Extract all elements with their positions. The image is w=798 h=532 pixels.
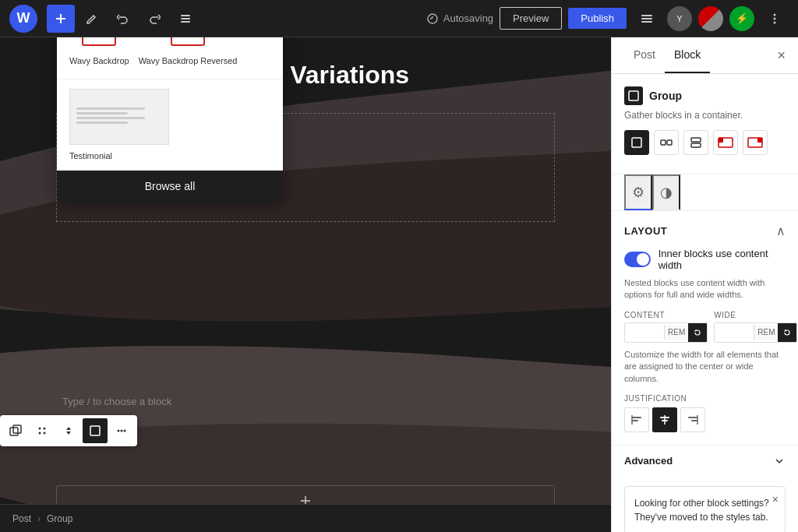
svg-rect-27 xyxy=(667,140,672,145)
svg-rect-3 xyxy=(641,15,652,16)
breadcrumb-group[interactable]: Group xyxy=(47,513,72,524)
style-stack-button[interactable] xyxy=(683,130,708,155)
inner-blocks-toggle[interactable] xyxy=(624,252,651,267)
toggle-description: Nested blocks use content width with opt… xyxy=(624,277,786,301)
drag-handle-button[interactable] xyxy=(30,418,55,443)
publish-button[interactable]: Publish xyxy=(568,8,627,29)
breadcrumb-bar: Post › Group xyxy=(0,504,611,532)
svg-rect-41 xyxy=(691,420,697,421)
tab-block[interactable]: Block xyxy=(665,37,710,73)
block-type-description: Gather blocks in a container. xyxy=(624,110,786,121)
width-description: Customize the width for all elements tha… xyxy=(624,349,786,385)
variation-wavy-backdrop[interactable]: Wavy Backdrop xyxy=(69,37,129,66)
style-default-button[interactable] xyxy=(624,130,649,155)
style-wavy2-button[interactable] xyxy=(743,130,768,155)
testimonial-lines xyxy=(76,107,162,126)
content-width-label: CONTENT xyxy=(624,311,708,319)
wide-width-input[interactable] xyxy=(715,324,754,341)
edit-tool-button[interactable] xyxy=(78,5,106,33)
svg-rect-40 xyxy=(688,417,697,418)
hint-text: Type / to choose a block xyxy=(62,396,171,407)
undo-button[interactable] xyxy=(109,5,137,33)
svg-point-18 xyxy=(39,432,41,435)
layout-collapse-button[interactable]: ∧ xyxy=(776,224,786,238)
width-row: CONTENT REM WIDE REM xyxy=(624,311,786,343)
add-block-button[interactable] xyxy=(47,5,75,33)
editor-content: Wavy Group Block Variations wavy × xyxy=(0,37,611,532)
inner-blocks-toggle-row: Inner blocks use content width xyxy=(624,248,786,271)
t-line-3 xyxy=(76,117,145,119)
content-width-reset-button[interactable] xyxy=(688,323,707,342)
tab-settings-icon[interactable]: ⚙ xyxy=(624,174,652,210)
style-icons-row xyxy=(624,130,786,155)
wide-width-group: WIDE REM xyxy=(714,311,797,343)
testimonial-section: Testimonial xyxy=(57,79,283,171)
svg-rect-5 xyxy=(641,21,652,23)
settings-toggle-button[interactable] xyxy=(633,5,661,33)
block-type-icon xyxy=(624,86,643,105)
svg-rect-33 xyxy=(757,138,762,143)
block-more-options-button[interactable] xyxy=(109,418,134,443)
inner-tabs: ⚙ ◑ xyxy=(612,174,798,211)
layout-section: Layout ∧ Inner blocks use content width … xyxy=(612,211,798,445)
content-width-input-row: REM xyxy=(624,322,708,343)
wide-width-input-row: REM xyxy=(714,322,797,343)
svg-rect-14 xyxy=(10,428,18,435)
wp-logo-icon[interactable]: W xyxy=(9,5,37,33)
duplicate-block-button[interactable] xyxy=(3,418,28,443)
main-layout: Wavy Group Block Variations wavy × xyxy=(0,37,798,532)
svg-point-21 xyxy=(118,430,120,432)
justify-center-button[interactable] xyxy=(652,407,677,432)
block-type-button[interactable] xyxy=(83,418,108,443)
t-line-4 xyxy=(76,122,128,124)
user-avatar-icon[interactable]: Y xyxy=(667,6,692,31)
block-bottom-toolbar xyxy=(0,415,137,446)
block-container[interactable]: wavy × Wavy Backdrop xyxy=(56,113,555,222)
tab-style-icon[interactable]: ◑ xyxy=(652,174,680,210)
wide-width-label: WIDE xyxy=(714,311,797,319)
advanced-header[interactable]: Advanced xyxy=(624,455,786,467)
svg-point-6 xyxy=(774,13,776,16)
preview-button[interactable]: Preview xyxy=(500,7,562,30)
justify-left-button[interactable] xyxy=(624,407,649,432)
svg-rect-15 xyxy=(13,425,21,433)
content-width-input[interactable] xyxy=(625,324,664,341)
browse-all-button[interactable]: Browse all xyxy=(57,171,283,202)
list-view-button[interactable] xyxy=(171,5,200,33)
style-row-button[interactable] xyxy=(654,130,679,155)
svg-rect-26 xyxy=(661,140,666,145)
layout-header: Layout ∧ xyxy=(624,224,786,238)
notification-close-button[interactable]: × xyxy=(772,493,779,506)
justify-right-button[interactable] xyxy=(680,407,705,432)
svg-rect-31 xyxy=(719,138,723,143)
block-type-section: Group Gather blocks in a container. xyxy=(612,74,798,174)
t-line-1 xyxy=(76,107,145,110)
wide-width-reset-button[interactable] xyxy=(778,323,796,342)
advanced-chevron-icon xyxy=(773,455,786,467)
picker-variations-list: Wavy Backdrop Wavy Backdrop Reversed xyxy=(57,37,283,79)
wavy-backdrop-icon xyxy=(82,37,116,46)
svg-rect-34 xyxy=(632,417,641,418)
user-secondary-icon[interactable] xyxy=(698,6,723,31)
redo-button[interactable] xyxy=(140,5,168,33)
panel-close-button[interactable]: × xyxy=(777,48,786,64)
toolbar: W Autosaving Preview Publish Y ⚡ xyxy=(0,0,798,37)
style-wavy1-button[interactable] xyxy=(713,130,738,155)
svg-point-8 xyxy=(774,21,776,23)
svg-rect-10 xyxy=(83,37,115,45)
plugin-icon[interactable]: ⚡ xyxy=(729,6,754,31)
variation-wavy-backdrop-reversed[interactable]: Wavy Backdrop Reversed xyxy=(139,37,238,66)
tab-post[interactable]: Post xyxy=(624,37,665,73)
toolbar-left: W xyxy=(9,5,200,33)
breadcrumb-post[interactable]: Post xyxy=(12,513,31,524)
editor-area: Wavy Group Block Variations wavy × xyxy=(0,37,611,532)
autosave-status: Autosaving xyxy=(426,12,493,25)
block-type-name: Group xyxy=(649,90,682,102)
more-options-button[interactable] xyxy=(761,5,789,33)
svg-rect-35 xyxy=(632,420,638,421)
right-panel: Post Block × Group Gather blocks in a co… xyxy=(611,37,798,532)
block-picker-popup: wavy × Wavy Backdrop xyxy=(57,37,283,202)
advanced-title: Advanced xyxy=(624,455,673,467)
move-up-down-button[interactable] xyxy=(56,418,81,443)
svg-rect-4 xyxy=(641,18,652,19)
